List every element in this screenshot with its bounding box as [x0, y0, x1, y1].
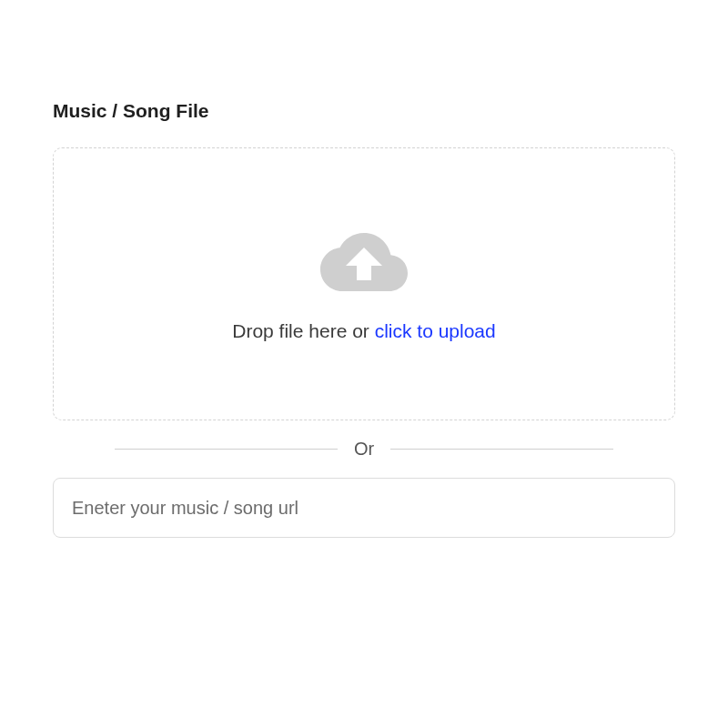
music-file-section: Music / Song File Drop file here or clic…: [0, 0, 728, 538]
click-to-upload-link[interactable]: click to upload: [375, 320, 496, 341]
dropzone-instructions: Drop file here or click to upload: [232, 320, 495, 342]
divider-text: Or: [354, 433, 374, 465]
dropzone-text-prefix: Drop file here or: [232, 320, 374, 341]
file-dropzone[interactable]: Drop file here or click to upload: [53, 147, 675, 420]
section-title: Music / Song File: [53, 100, 675, 122]
music-url-input[interactable]: [53, 478, 675, 538]
divider-line-right: [390, 449, 613, 450]
or-divider: Or: [53, 433, 675, 465]
cloud-upload-icon: [320, 226, 408, 298]
divider-line-left: [115, 449, 338, 450]
